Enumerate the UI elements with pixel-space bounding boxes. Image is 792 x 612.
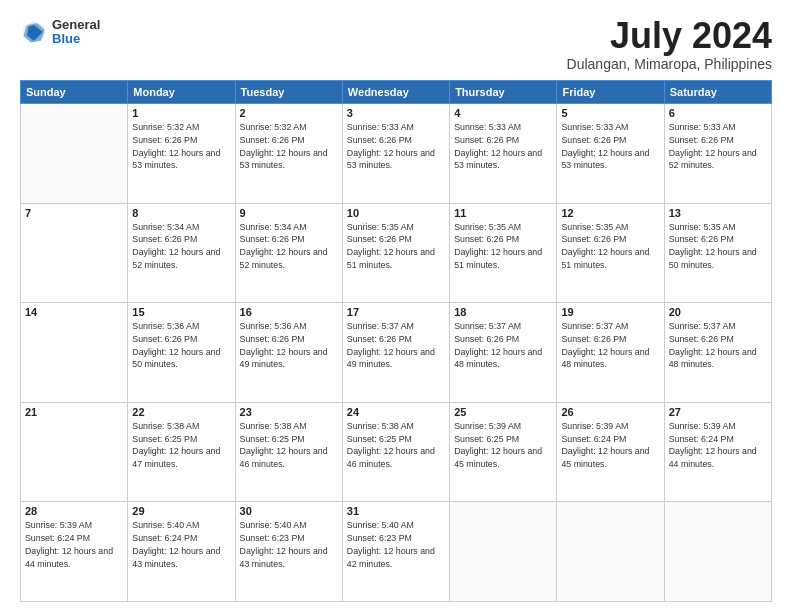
table-row: 27Sunrise: 5:39 AM Sunset: 6:24 PM Dayli… [664, 402, 771, 502]
day-number: 3 [347, 107, 445, 119]
table-row: 19Sunrise: 5:37 AM Sunset: 6:26 PM Dayli… [557, 303, 664, 403]
day-info: Sunrise: 5:33 AM Sunset: 6:26 PM Dayligh… [669, 121, 767, 172]
day-number: 24 [347, 406, 445, 418]
day-number: 17 [347, 306, 445, 318]
table-row: 28Sunrise: 5:39 AM Sunset: 6:24 PM Dayli… [21, 502, 128, 602]
day-number: 5 [561, 107, 659, 119]
table-row: 29Sunrise: 5:40 AM Sunset: 6:24 PM Dayli… [128, 502, 235, 602]
day-info: Sunrise: 5:35 AM Sunset: 6:26 PM Dayligh… [561, 221, 659, 272]
day-info: Sunrise: 5:35 AM Sunset: 6:26 PM Dayligh… [454, 221, 552, 272]
table-row: 23Sunrise: 5:38 AM Sunset: 6:25 PM Dayli… [235, 402, 342, 502]
col-friday: Friday [557, 81, 664, 104]
day-number: 2 [240, 107, 338, 119]
table-row: 10Sunrise: 5:35 AM Sunset: 6:26 PM Dayli… [342, 203, 449, 303]
day-number: 13 [669, 207, 767, 219]
day-number: 29 [132, 505, 230, 517]
day-number: 31 [347, 505, 445, 517]
day-info: Sunrise: 5:38 AM Sunset: 6:25 PM Dayligh… [347, 420, 445, 471]
table-row: 1Sunrise: 5:32 AM Sunset: 6:26 PM Daylig… [128, 104, 235, 204]
day-info: Sunrise: 5:40 AM Sunset: 6:23 PM Dayligh… [240, 519, 338, 570]
day-number: 19 [561, 306, 659, 318]
table-row: 11Sunrise: 5:35 AM Sunset: 6:26 PM Dayli… [450, 203, 557, 303]
table-row [557, 502, 664, 602]
day-number: 27 [669, 406, 767, 418]
calendar-header-row: Sunday Monday Tuesday Wednesday Thursday… [21, 81, 772, 104]
day-info: Sunrise: 5:37 AM Sunset: 6:26 PM Dayligh… [347, 320, 445, 371]
table-row: 24Sunrise: 5:38 AM Sunset: 6:25 PM Dayli… [342, 402, 449, 502]
day-number: 18 [454, 306, 552, 318]
calendar-week-row: 1415Sunrise: 5:36 AM Sunset: 6:26 PM Day… [21, 303, 772, 403]
day-info: Sunrise: 5:36 AM Sunset: 6:26 PM Dayligh… [132, 320, 230, 371]
day-number: 10 [347, 207, 445, 219]
table-row: 9Sunrise: 5:34 AM Sunset: 6:26 PM Daylig… [235, 203, 342, 303]
day-info: Sunrise: 5:39 AM Sunset: 6:24 PM Dayligh… [25, 519, 123, 570]
day-number: 1 [132, 107, 230, 119]
day-number: 23 [240, 406, 338, 418]
day-number: 7 [25, 207, 123, 219]
calendar-table: Sunday Monday Tuesday Wednesday Thursday… [20, 80, 772, 602]
calendar-week-row: 1Sunrise: 5:32 AM Sunset: 6:26 PM Daylig… [21, 104, 772, 204]
table-row: 20Sunrise: 5:37 AM Sunset: 6:26 PM Dayli… [664, 303, 771, 403]
day-info: Sunrise: 5:37 AM Sunset: 6:26 PM Dayligh… [454, 320, 552, 371]
table-row: 15Sunrise: 5:36 AM Sunset: 6:26 PM Dayli… [128, 303, 235, 403]
calendar-week-row: 78Sunrise: 5:34 AM Sunset: 6:26 PM Dayli… [21, 203, 772, 303]
table-row: 6Sunrise: 5:33 AM Sunset: 6:26 PM Daylig… [664, 104, 771, 204]
logo-general-text: General [52, 18, 100, 32]
day-info: Sunrise: 5:37 AM Sunset: 6:26 PM Dayligh… [669, 320, 767, 371]
table-row: 3Sunrise: 5:33 AM Sunset: 6:26 PM Daylig… [342, 104, 449, 204]
day-info: Sunrise: 5:39 AM Sunset: 6:24 PM Dayligh… [561, 420, 659, 471]
day-info: Sunrise: 5:38 AM Sunset: 6:25 PM Dayligh… [132, 420, 230, 471]
day-number: 15 [132, 306, 230, 318]
table-row: 8Sunrise: 5:34 AM Sunset: 6:26 PM Daylig… [128, 203, 235, 303]
col-tuesday: Tuesday [235, 81, 342, 104]
title-location: Dulangan, Mimaropa, Philippines [567, 56, 772, 72]
day-number: 28 [25, 505, 123, 517]
day-number: 6 [669, 107, 767, 119]
col-sunday: Sunday [21, 81, 128, 104]
table-row: 7 [21, 203, 128, 303]
table-row: 5Sunrise: 5:33 AM Sunset: 6:26 PM Daylig… [557, 104, 664, 204]
logo-blue-text: Blue [52, 32, 100, 46]
day-number: 30 [240, 505, 338, 517]
day-number: 25 [454, 406, 552, 418]
day-info: Sunrise: 5:38 AM Sunset: 6:25 PM Dayligh… [240, 420, 338, 471]
title-month: July 2024 [567, 18, 772, 54]
day-number: 14 [25, 306, 123, 318]
logo-icon [20, 18, 48, 46]
table-row [450, 502, 557, 602]
day-info: Sunrise: 5:35 AM Sunset: 6:26 PM Dayligh… [669, 221, 767, 272]
col-saturday: Saturday [664, 81, 771, 104]
calendar-week-row: 2122Sunrise: 5:38 AM Sunset: 6:25 PM Day… [21, 402, 772, 502]
day-number: 9 [240, 207, 338, 219]
day-info: Sunrise: 5:39 AM Sunset: 6:24 PM Dayligh… [669, 420, 767, 471]
col-monday: Monday [128, 81, 235, 104]
col-thursday: Thursday [450, 81, 557, 104]
title-block: July 2024 Dulangan, Mimaropa, Philippine… [567, 18, 772, 72]
day-number: 4 [454, 107, 552, 119]
day-info: Sunrise: 5:35 AM Sunset: 6:26 PM Dayligh… [347, 221, 445, 272]
table-row: 25Sunrise: 5:39 AM Sunset: 6:25 PM Dayli… [450, 402, 557, 502]
table-row: 13Sunrise: 5:35 AM Sunset: 6:26 PM Dayli… [664, 203, 771, 303]
table-row: 30Sunrise: 5:40 AM Sunset: 6:23 PM Dayli… [235, 502, 342, 602]
page: General Blue July 2024 Dulangan, Mimarop… [0, 0, 792, 612]
day-info: Sunrise: 5:33 AM Sunset: 6:26 PM Dayligh… [347, 121, 445, 172]
day-number: 16 [240, 306, 338, 318]
day-info: Sunrise: 5:34 AM Sunset: 6:26 PM Dayligh… [132, 221, 230, 272]
day-info: Sunrise: 5:36 AM Sunset: 6:26 PM Dayligh… [240, 320, 338, 371]
day-number: 8 [132, 207, 230, 219]
day-info: Sunrise: 5:32 AM Sunset: 6:26 PM Dayligh… [132, 121, 230, 172]
col-wednesday: Wednesday [342, 81, 449, 104]
day-info: Sunrise: 5:32 AM Sunset: 6:26 PM Dayligh… [240, 121, 338, 172]
table-row: 21 [21, 402, 128, 502]
table-row: 2Sunrise: 5:32 AM Sunset: 6:26 PM Daylig… [235, 104, 342, 204]
logo: General Blue [20, 18, 100, 47]
header: General Blue July 2024 Dulangan, Mimarop… [20, 18, 772, 72]
day-info: Sunrise: 5:34 AM Sunset: 6:26 PM Dayligh… [240, 221, 338, 272]
day-info: Sunrise: 5:33 AM Sunset: 6:26 PM Dayligh… [454, 121, 552, 172]
day-info: Sunrise: 5:40 AM Sunset: 6:23 PM Dayligh… [347, 519, 445, 570]
day-number: 12 [561, 207, 659, 219]
table-row: 12Sunrise: 5:35 AM Sunset: 6:26 PM Dayli… [557, 203, 664, 303]
table-row: 4Sunrise: 5:33 AM Sunset: 6:26 PM Daylig… [450, 104, 557, 204]
day-info: Sunrise: 5:39 AM Sunset: 6:25 PM Dayligh… [454, 420, 552, 471]
table-row [664, 502, 771, 602]
